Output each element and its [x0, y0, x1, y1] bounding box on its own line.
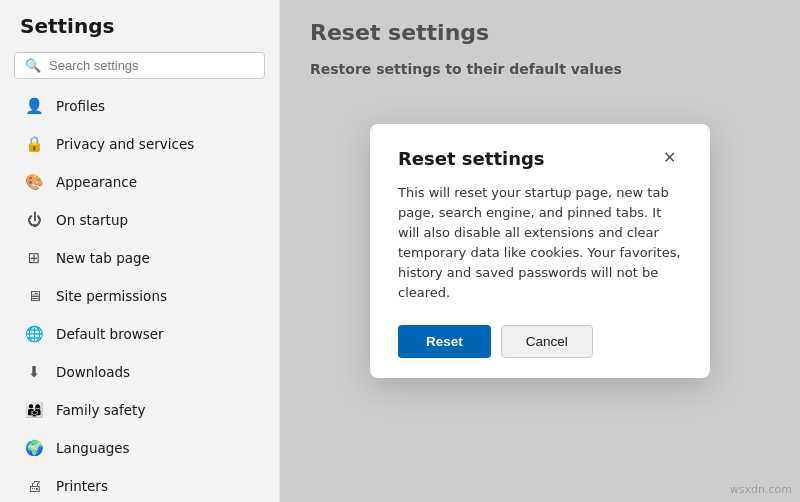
- sidebar-item-label-profiles: Profiles: [56, 98, 105, 114]
- sidebar-item-label-family: Family safety: [56, 402, 145, 418]
- dialog-body: This will reset your startup page, new t…: [398, 183, 682, 304]
- privacy-icon: 🔒: [24, 134, 44, 154]
- sidebar-item-languages[interactable]: 🌍Languages: [4, 429, 275, 467]
- reset-dialog: Reset settings ✕ This will reset your st…: [370, 124, 710, 379]
- sidebar-item-label-printers: Printers: [56, 478, 108, 494]
- sidebar-item-label-browser: Default browser: [56, 326, 164, 342]
- sidebar-title: Settings: [0, 0, 279, 48]
- family-icon: 👨‍👩‍👧: [24, 400, 44, 420]
- sidebar-item-printers[interactable]: 🖨Printers: [4, 467, 275, 502]
- sidebar-item-family[interactable]: 👨‍👩‍👧Family safety: [4, 391, 275, 429]
- reset-button[interactable]: Reset: [398, 325, 491, 358]
- permissions-icon: 🖥: [24, 286, 44, 306]
- sidebar-item-label-newtab: New tab page: [56, 250, 150, 266]
- dialog-header: Reset settings ✕: [398, 148, 682, 169]
- sidebar-item-label-appearance: Appearance: [56, 174, 137, 190]
- dialog-close-button[interactable]: ✕: [657, 148, 682, 168]
- search-box-wrapper: 🔍: [0, 48, 279, 87]
- dialog-title: Reset settings: [398, 148, 545, 169]
- sidebar-item-appearance[interactable]: 🎨Appearance: [4, 163, 275, 201]
- newtab-icon: ⊞: [24, 248, 44, 268]
- sidebar-item-downloads[interactable]: ⬇Downloads: [4, 353, 275, 391]
- dialog-overlay: Reset settings ✕ This will reset your st…: [280, 0, 800, 502]
- startup-icon: ⏻: [24, 210, 44, 230]
- printers-icon: 🖨: [24, 476, 44, 496]
- main-content: Reset settings Restore settings to their…: [280, 0, 800, 502]
- sidebar: Settings 🔍 👤Profiles🔒Privacy and service…: [0, 0, 280, 502]
- search-box[interactable]: 🔍: [14, 52, 265, 79]
- sidebar-item-label-permissions: Site permissions: [56, 288, 167, 304]
- appearance-icon: 🎨: [24, 172, 44, 192]
- sidebar-item-label-startup: On startup: [56, 212, 128, 228]
- nav-list: 👤Profiles🔒Privacy and services🎨Appearanc…: [0, 87, 279, 502]
- downloads-icon: ⬇: [24, 362, 44, 382]
- dialog-actions: Reset Cancel: [398, 325, 682, 358]
- sidebar-item-label-privacy: Privacy and services: [56, 136, 194, 152]
- cancel-button[interactable]: Cancel: [501, 325, 593, 358]
- sidebar-item-label-languages: Languages: [56, 440, 130, 456]
- search-input[interactable]: [49, 58, 254, 73]
- sidebar-item-profiles[interactable]: 👤Profiles: [4, 87, 275, 125]
- watermark: wsxdn.com: [730, 483, 792, 496]
- sidebar-item-privacy[interactable]: 🔒Privacy and services: [4, 125, 275, 163]
- sidebar-item-label-downloads: Downloads: [56, 364, 130, 380]
- profiles-icon: 👤: [24, 96, 44, 116]
- sidebar-item-startup[interactable]: ⏻On startup: [4, 201, 275, 239]
- sidebar-item-newtab[interactable]: ⊞New tab page: [4, 239, 275, 277]
- search-icon: 🔍: [25, 58, 41, 73]
- languages-icon: 🌍: [24, 438, 44, 458]
- browser-icon: 🌐: [24, 324, 44, 344]
- sidebar-item-browser[interactable]: 🌐Default browser: [4, 315, 275, 353]
- sidebar-item-permissions[interactable]: 🖥Site permissions: [4, 277, 275, 315]
